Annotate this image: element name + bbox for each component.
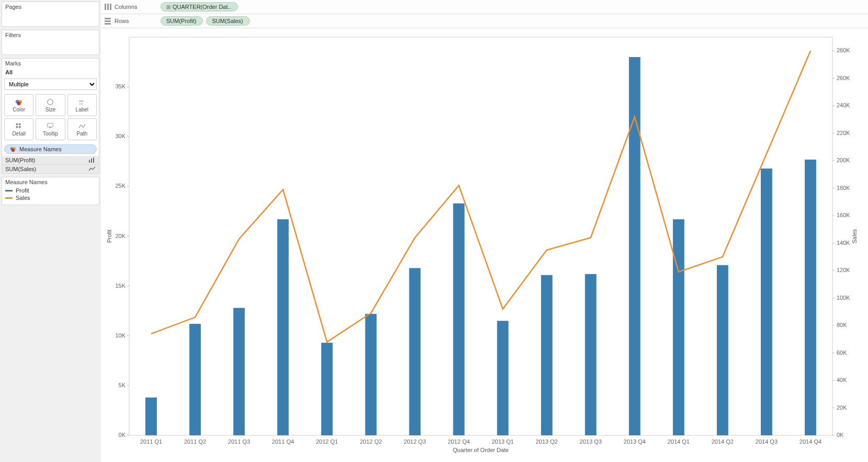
svg-text:0K: 0K bbox=[837, 432, 844, 438]
legend-swatch-profit bbox=[5, 190, 13, 191]
svg-text:40K: 40K bbox=[837, 377, 847, 383]
bar[interactable] bbox=[629, 57, 641, 435]
svg-point-13 bbox=[12, 149, 15, 152]
svg-text:0K: 0K bbox=[119, 432, 126, 438]
svg-rect-16 bbox=[93, 157, 94, 163]
measures-list: SUM(Profit) SUM(Sales) bbox=[2, 156, 99, 173]
pill-quarter-order-date[interactable]: ⊞ QUARTER(Order Dat.. bbox=[161, 2, 238, 12]
legend-title: Measure Names bbox=[2, 177, 99, 187]
svg-text:123: 123 bbox=[79, 103, 83, 105]
bar[interactable] bbox=[805, 160, 816, 435]
svg-rect-18 bbox=[107, 4, 109, 10]
svg-text:2014 Q2: 2014 Q2 bbox=[712, 438, 734, 445]
detail-icon bbox=[15, 122, 23, 130]
pill-sum-sales[interactable]: SUM(Sales) bbox=[206, 16, 249, 26]
plus-icon: ⊞ bbox=[166, 4, 170, 10]
marks-buttons-grid: Color Size Abc123 Label Detail Tooltip bbox=[2, 92, 99, 142]
measure-profit-row[interactable]: SUM(Profit) bbox=[2, 156, 99, 164]
bar[interactable] bbox=[409, 268, 420, 435]
pill-sum-profit[interactable]: SUM(Profit) bbox=[161, 16, 203, 26]
main: Columns ⊞ QUARTER(Order Dat.. Rows SUM(P… bbox=[101, 0, 868, 462]
bar[interactable] bbox=[717, 265, 728, 435]
legend-profit-label: Profit bbox=[16, 187, 29, 194]
measure-sales-row[interactable]: SUM(Sales) bbox=[2, 164, 99, 173]
bar[interactable] bbox=[453, 204, 465, 435]
svg-text:2012 Q3: 2012 Q3 bbox=[404, 438, 426, 445]
bar[interactable] bbox=[189, 324, 201, 435]
filters-body[interactable] bbox=[2, 40, 99, 54]
marks-all[interactable]: All bbox=[2, 68, 99, 76]
svg-rect-9 bbox=[19, 126, 21, 128]
svg-rect-7 bbox=[19, 123, 21, 125]
columns-shelf[interactable]: Columns ⊞ QUARTER(Order Dat.. bbox=[101, 0, 868, 14]
bar[interactable] bbox=[145, 398, 157, 435]
svg-rect-10 bbox=[48, 123, 53, 127]
bar[interactable] bbox=[673, 219, 684, 435]
bar[interactable] bbox=[321, 343, 333, 435]
svg-text:2012 Q2: 2012 Q2 bbox=[360, 438, 382, 445]
legend-swatch-sales bbox=[5, 197, 13, 199]
svg-text:Abc: Abc bbox=[79, 99, 84, 103]
svg-rect-6 bbox=[16, 123, 18, 125]
svg-text:2012 Q4: 2012 Q4 bbox=[448, 438, 470, 445]
marks-type-select[interactable]: Multiple bbox=[4, 78, 97, 90]
sales-line[interactable] bbox=[151, 51, 810, 342]
measure-names-pill[interactable]: Measure Names bbox=[4, 144, 97, 154]
svg-rect-21 bbox=[105, 20, 111, 22]
bar-chart-icon bbox=[88, 157, 96, 163]
svg-text:220K: 220K bbox=[837, 130, 850, 136]
filters-title: Filters bbox=[2, 30, 99, 40]
svg-text:280K: 280K bbox=[837, 47, 850, 53]
rows-icon bbox=[104, 17, 111, 25]
svg-text:Sales: Sales bbox=[851, 229, 858, 243]
bar[interactable] bbox=[233, 308, 245, 435]
svg-text:10K: 10K bbox=[115, 332, 125, 339]
mark-tooltip-button[interactable]: Tooltip bbox=[36, 118, 65, 140]
mark-tooltip-label: Tooltip bbox=[43, 131, 58, 137]
svg-text:2011 Q2: 2011 Q2 bbox=[184, 438, 206, 445]
filters-card: Filters bbox=[2, 30, 99, 55]
bar[interactable] bbox=[585, 274, 597, 435]
svg-text:2011 Q3: 2011 Q3 bbox=[228, 438, 250, 445]
pages-card: Pages bbox=[2, 2, 99, 27]
legend-item-sales[interactable]: Sales bbox=[2, 194, 99, 201]
svg-text:200K: 200K bbox=[837, 157, 850, 163]
svg-text:2012 Q1: 2012 Q1 bbox=[316, 438, 338, 445]
pages-body[interactable] bbox=[2, 12, 99, 26]
mark-path-label: Path bbox=[77, 131, 88, 137]
mark-size-label: Size bbox=[45, 107, 55, 112]
mark-color-button[interactable]: Color bbox=[4, 94, 33, 116]
svg-text:2013 Q3: 2013 Q3 bbox=[580, 438, 602, 445]
measure-sales-label: SUM(Sales) bbox=[5, 166, 36, 172]
path-icon bbox=[78, 122, 86, 130]
mark-path-button[interactable]: Path bbox=[67, 118, 97, 140]
legend-card: Measure Names Profit Sales bbox=[2, 177, 99, 205]
svg-text:35K: 35K bbox=[115, 83, 125, 89]
bar[interactable] bbox=[277, 219, 289, 435]
svg-text:2011 Q4: 2011 Q4 bbox=[272, 438, 294, 445]
bar[interactable] bbox=[541, 275, 553, 435]
svg-text:240K: 240K bbox=[837, 102, 850, 108]
mark-size-button[interactable]: Size bbox=[36, 94, 65, 116]
svg-rect-8 bbox=[16, 126, 18, 128]
rows-shelf[interactable]: Rows SUM(Profit) SUM(Sales) bbox=[101, 14, 868, 28]
mark-detail-button[interactable]: Detail bbox=[4, 118, 33, 140]
bar[interactable] bbox=[365, 314, 376, 435]
chart-area[interactable]: 0K5K10K15K20K25K30K35K0K20K40K60K80K100K… bbox=[101, 28, 868, 462]
columns-icon bbox=[104, 3, 111, 10]
svg-text:2013 Q4: 2013 Q4 bbox=[624, 438, 646, 445]
svg-text:25K: 25K bbox=[115, 183, 125, 189]
svg-rect-17 bbox=[105, 4, 106, 10]
bar[interactable] bbox=[497, 321, 509, 435]
legend-item-profit[interactable]: Profit bbox=[2, 187, 99, 194]
svg-rect-14 bbox=[89, 160, 90, 163]
svg-text:140K: 140K bbox=[837, 240, 850, 246]
measure-names-label: Measure Names bbox=[19, 146, 62, 152]
chart-svg: 0K5K10K15K20K25K30K35K0K20K40K60K80K100K… bbox=[104, 31, 863, 460]
measure-profit-label: SUM(Profit) bbox=[5, 157, 35, 163]
svg-rect-22 bbox=[105, 23, 111, 25]
mark-label-label: Label bbox=[76, 107, 88, 112]
sidebar: Pages Filters Marks All Multiple Color S… bbox=[0, 0, 101, 462]
mark-label-button[interactable]: Abc123 Label bbox=[67, 94, 97, 116]
bar[interactable] bbox=[761, 168, 772, 435]
